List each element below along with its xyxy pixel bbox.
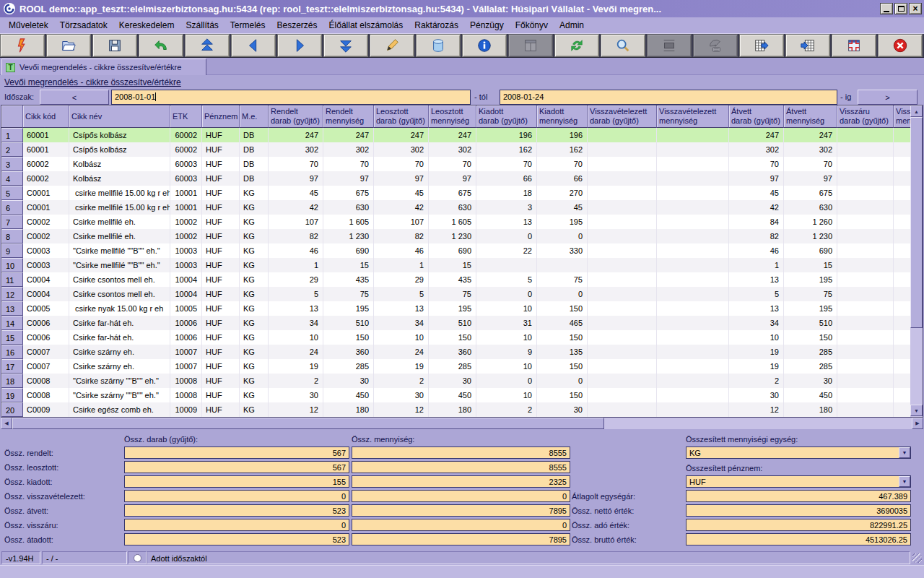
row-number-cell[interactable]: 18 xyxy=(1,374,23,388)
next-record-button[interactable] xyxy=(277,34,322,57)
column-header[interactable]: Átvett darab (gyűjtő) xyxy=(729,105,784,128)
horizontal-scrollbar[interactable]: ◀ ▶ xyxy=(1,418,923,429)
row-number-cell[interactable]: 2 xyxy=(1,142,23,157)
row-number-cell[interactable]: 15 xyxy=(1,330,23,345)
info-button[interactable] xyxy=(462,34,507,57)
report-link[interactable]: Vevői megrendelés - cikkre összesítve/ér… xyxy=(4,77,181,87)
column-header[interactable]: ETK xyxy=(170,105,202,128)
menu-item-8[interactable]: Raktározás xyxy=(409,18,464,33)
menu-item-2[interactable]: Törzsadatok xyxy=(54,18,113,33)
lightning-button[interactable] xyxy=(0,34,45,57)
chevron-down-icon[interactable]: ▼ xyxy=(899,447,910,458)
scroll-left-button[interactable]: ◀ xyxy=(1,418,12,429)
open-folder-button[interactable] xyxy=(46,34,91,57)
table-row[interactable]: 14C0006Csirke far-hát eh.10006HUFKG34510… xyxy=(1,316,923,330)
table-row[interactable]: 160001Csípős kolbász60002HUFDB2472472472… xyxy=(1,128,923,142)
last-record-button[interactable] xyxy=(323,34,368,57)
edit-button[interactable] xyxy=(370,34,414,57)
chevron-down-icon[interactable]: ▼ xyxy=(899,476,910,487)
first-record-button[interactable] xyxy=(185,34,230,57)
table-row[interactable]: 11C0004Csirke csontos mell eh.10004HUFKG… xyxy=(1,272,923,287)
minimize-button[interactable] xyxy=(880,3,893,14)
period-prev-button[interactable]: < xyxy=(40,90,109,105)
table-row[interactable]: 260001Csípős kolbász60002HUFDB3023023023… xyxy=(1,142,923,157)
table-row[interactable]: 8C0002Csirke mellfilé eh.10002HUFKG821 2… xyxy=(1,229,923,243)
menu-item-7[interactable]: Élőállat elszámolás xyxy=(323,18,409,33)
unit-select[interactable]: KG ▼ xyxy=(686,447,911,459)
table-row[interactable]: 13C0005 csirke nyak 15.00 kg r eh10005HU… xyxy=(1,301,923,316)
resize-grip-icon[interactable] xyxy=(912,553,922,563)
table-row[interactable]: 9C0003"Csirke mellfilé ""B"" eh."10003HU… xyxy=(1,243,923,258)
table-row[interactable]: 360002Kolbász60003HUFDB7070707070707070 xyxy=(1,157,923,171)
table-row[interactable]: 17C0007Csirke szárny eh.10007HUFKG192851… xyxy=(1,359,923,374)
column-header[interactable]: M.e. xyxy=(240,105,269,128)
menu-item-1[interactable]: Műveletek xyxy=(3,18,54,33)
row-number-cell[interactable]: 12 xyxy=(1,287,23,301)
table-row[interactable]: 5C0001 csirke mellfilé 15.00 kg r eh1000… xyxy=(1,186,923,200)
export-table-button[interactable] xyxy=(739,34,784,57)
table-row[interactable]: 460002Kolbász60003HUFDB9797979766669797 xyxy=(1,171,923,186)
period-from-input[interactable]: 2008-01-01 xyxy=(111,90,471,105)
period-to-input[interactable]: 2008-01-24 xyxy=(500,90,837,105)
fullscreen-button[interactable] xyxy=(832,34,876,57)
column-header[interactable]: Rendelt mennyiség xyxy=(323,105,374,128)
row-number-cell[interactable]: 4 xyxy=(1,171,23,186)
row-number-cell[interactable]: 6 xyxy=(1,200,23,215)
import-table-button[interactable] xyxy=(785,34,830,57)
row-number-cell[interactable]: 11 xyxy=(1,272,23,287)
previous-record-button[interactable] xyxy=(231,34,276,57)
row-number-cell[interactable]: 20 xyxy=(1,402,23,417)
row-number-cell[interactable]: 1 xyxy=(1,128,23,142)
table-row[interactable]: 12C0004Csirke csontos mell eh.10004HUFKG… xyxy=(1,287,923,301)
table-row[interactable]: 10C0003"Csirke mellfilé ""B"" eh."10003H… xyxy=(1,258,923,272)
column-header[interactable]: Cikk név xyxy=(69,105,170,128)
column-header[interactable]: Visszáru darab (gyűjtő) xyxy=(837,105,894,128)
row-number-cell[interactable]: 9 xyxy=(1,243,23,258)
table-row[interactable]: 15C0006Csirke far-hát eh.10006HUFKG10150… xyxy=(1,330,923,345)
menu-item-10[interactable]: Főkönyv xyxy=(510,18,554,33)
menu-item-3[interactable]: Kereskedelem xyxy=(113,18,180,33)
save-button[interactable] xyxy=(92,34,137,57)
table-row[interactable]: 7C0002Csirke mellfilé eh.10002HUFKG1071 … xyxy=(1,215,923,229)
column-header[interactable]: Visszavételezett mennyiség xyxy=(657,105,729,128)
database-button[interactable] xyxy=(416,34,461,57)
column-header[interactable]: Leosztott darab (gyűjtő) xyxy=(374,105,429,128)
row-number-cell[interactable]: 8 xyxy=(1,229,23,243)
column-header[interactable]: Kiadott darab (gyűjtő) xyxy=(476,105,537,128)
exit-button[interactable] xyxy=(878,34,923,57)
column-header[interactable] xyxy=(1,105,23,128)
menu-item-9[interactable]: Pénzügy xyxy=(464,18,510,33)
column-header[interactable]: Rendelt darab (gyűjtő) xyxy=(269,105,323,128)
column-header[interactable]: Leosztott mennyiség xyxy=(429,105,476,128)
column-header[interactable]: Átvett mennyiség xyxy=(784,105,837,128)
vertical-scroll-thumb[interactable] xyxy=(910,117,923,328)
horizontal-scroll-thumb[interactable] xyxy=(12,418,604,429)
row-number-cell[interactable]: 7 xyxy=(1,215,23,229)
search-button[interactable] xyxy=(601,34,645,57)
scroll-down-button[interactable]: ▼ xyxy=(910,405,923,416)
menu-item-5[interactable]: Termelés xyxy=(225,18,271,33)
undo-button[interactable] xyxy=(139,34,183,57)
scroll-right-button[interactable]: ▶ xyxy=(912,418,923,429)
row-number-cell[interactable]: 10 xyxy=(1,258,23,272)
row-number-cell[interactable]: 14 xyxy=(1,316,23,330)
column-header[interactable]: Kiadott mennyiség xyxy=(537,105,588,128)
vertical-scrollbar[interactable]: ▲ ▼ xyxy=(910,105,923,417)
row-number-cell[interactable]: 5 xyxy=(1,186,23,200)
tab-vevoi-megrendeles[interactable]: T Vevői megrendelés - cikkre összesítve/… xyxy=(1,59,206,75)
row-number-cell[interactable]: 13 xyxy=(1,301,23,316)
table-row[interactable]: 16C0007Csirke szárny eh.10007HUFKG243602… xyxy=(1,345,923,359)
period-mode-radio[interactable] xyxy=(128,551,147,564)
refresh-button[interactable] xyxy=(554,34,599,57)
table-row[interactable]: 18C0008"Csirke szárny ""B"" eh."10008HUF… xyxy=(1,374,923,388)
menu-item-11[interactable]: Admin xyxy=(554,18,590,33)
column-header[interactable]: Pénznem xyxy=(202,105,240,128)
period-next-button[interactable]: > xyxy=(858,90,918,105)
table-row[interactable]: 20C0009Csirke egész comb eh.10009HUFKG12… xyxy=(1,402,923,417)
table-row[interactable]: 19C0008"Csirke szárny ""B"" eh."10008HUF… xyxy=(1,388,923,402)
menu-item-6[interactable]: Beszerzés xyxy=(271,18,323,33)
close-button[interactable]: × xyxy=(909,3,922,14)
row-number-cell[interactable]: 17 xyxy=(1,359,23,374)
currency-select[interactable]: HUF ▼ xyxy=(686,475,911,488)
row-number-cell[interactable]: 19 xyxy=(1,388,23,402)
